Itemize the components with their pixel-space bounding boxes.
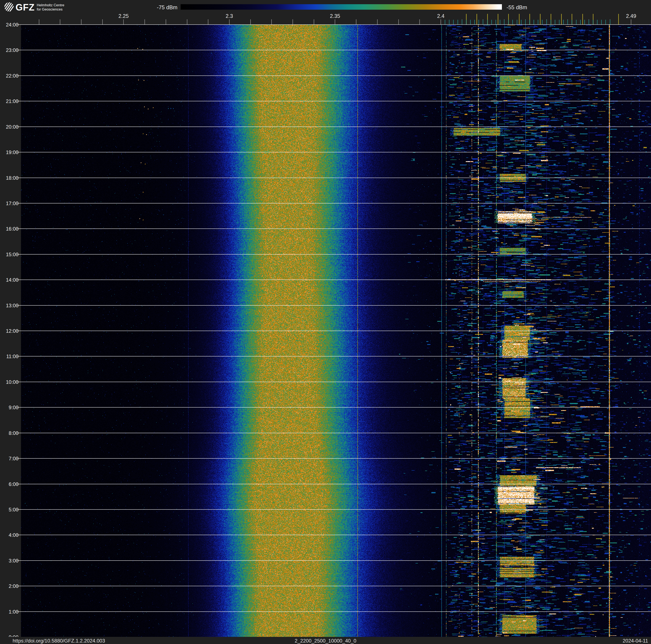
ble-channel-tick [513,20,513,25]
time-label-500: 5:00 [0,507,19,513]
time-label-2100: 21:00 [0,98,19,104]
hour-gridline [17,535,651,535]
ble-channel-tick [589,20,589,25]
ble-channel-tick [601,20,602,25]
ble-channel-tick [478,20,479,25]
ble-channel-tick [458,20,458,25]
time-label-2200: 22:00 [0,73,19,79]
time-label-600: 6:00 [0,481,19,487]
time-label-1600: 16:00 [0,226,19,232]
ble-channel-tick [551,20,551,25]
time-label-1000: 10:00 [0,379,19,385]
ble-channel-tick [445,20,445,25]
ble-channel-tick [593,20,593,25]
ble-channel-tick [508,20,508,25]
hour-gridline [17,458,651,459]
hour-gridline [17,382,651,382]
doi-link[interactable]: https://doi.org/10.5880/GFZ.1.2.2024.003 [12,638,105,644]
ble-channel-tick [610,20,610,25]
ble-channel-tick [547,20,547,25]
hour-gridline [17,203,651,203]
freq-minor-tick [292,19,293,25]
ble-channel-tick [504,20,504,25]
ble-channel-tick [462,20,462,25]
freq-minor-tick [102,19,103,25]
ble-channel-tick [500,20,500,25]
freq-minor-tick [335,19,335,25]
hour-gridline [17,101,651,101]
ble-channel-tick [474,20,475,25]
hour-gridline [17,178,651,178]
hour-gridline [17,560,651,561]
freq-minor-tick [631,19,631,25]
ble-channel-tick [449,20,450,25]
ble-channel-tick [525,20,526,25]
time-label-1200: 12:00 [0,328,19,334]
freq-minor-tick [356,19,356,25]
colorbar-min-label: -75 dBm [157,4,178,11]
hour-gridline [17,229,651,229]
time-label-1300: 13:00 [0,303,19,309]
time-label-1800: 18:00 [0,175,19,181]
ble-channel-tick [542,20,542,25]
freq-minor-tick [60,19,60,25]
ble-channel-tick [538,20,538,25]
colorbar-max-label: -55 dBm [506,4,527,11]
time-label-1900: 19:00 [0,149,19,155]
hour-gridline [17,611,651,612]
wifi-channel-tick [476,14,477,25]
time-label-2000: 20:00 [0,124,19,130]
time-label-1100: 11:00 [0,354,19,359]
hour-gridline [17,331,651,331]
wifi-channel-tick [498,14,498,25]
date-label: 2024-04-11 [623,638,648,644]
wifi-channel-tick [519,14,520,25]
ble-channel-tick [487,20,488,25]
time-label-2300: 23:00 [0,47,19,53]
ble-channel-tick [563,20,564,25]
hour-gridline [17,433,651,433]
hour-gridline [17,407,651,408]
hour-gridline [17,254,651,255]
freq-label-2.3: 2.3 [226,13,233,19]
time-label-300: 3:00 [0,558,19,564]
logo-subtitle-line2: for Geosciences [37,7,64,11]
time-label-100: 1:00 [0,609,19,615]
ble-channel-tick [576,20,577,25]
hour-gridline [17,50,651,50]
logo-acronym: GFZ [16,3,35,12]
footer-bar: https://doi.org/10.5880/GFZ.1.2.2024.003… [0,637,651,644]
hour-gridline [17,126,651,127]
freq-label-2.25: 2.25 [118,13,129,19]
freq-minor-tick [145,19,145,25]
time-label-1700: 17:00 [0,201,19,206]
hour-gridline [17,484,651,484]
ble-channel-tick [567,20,568,25]
ble-channel-tick [453,20,454,25]
ble-channel-tick [555,20,555,25]
hour-gridline [17,76,651,76]
logo-subtitle: Helmholtz Centre for Geosciences [37,3,64,11]
time-label-900: 9:00 [0,405,19,410]
freq-minor-tick [314,19,314,25]
ble-channel-tick [597,20,597,25]
gfz-globe-icon [4,2,14,12]
time-label-800: 8:00 [0,430,19,436]
freq-minor-tick [123,19,124,25]
freq-minor-tick [208,19,208,25]
freq-label-2.49: 2.49 [626,13,636,19]
freq-minor-tick [441,19,441,25]
ble-channel-tick [496,20,496,25]
freq-minor-tick [81,19,82,25]
freq-label-2.35: 2.35 [330,13,340,19]
freq-minor-tick [187,19,187,25]
freq-minor-tick [420,19,420,25]
hour-gridline [17,586,651,586]
ble-channel-tick [483,20,483,25]
ble-channel-tick [584,20,585,25]
time-label-2400: 24:00 [0,22,19,28]
time-label-1500: 15:00 [0,252,19,258]
ble-channel-tick [580,20,581,25]
ble-channel-tick [521,20,521,25]
freq-minor-tick [39,19,39,25]
